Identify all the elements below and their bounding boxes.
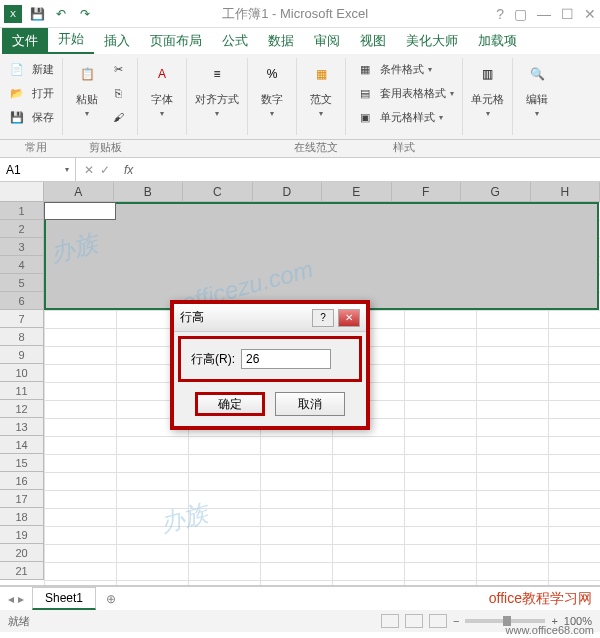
tab-view[interactable]: 视图 <box>350 28 396 54</box>
row-header-19[interactable]: 19 <box>0 526 44 544</box>
name-box[interactable]: A1 ▾ <box>0 158 76 181</box>
dialog-footer: 确定 取消 <box>174 386 366 426</box>
close-icon[interactable]: ✕ <box>584 6 596 22</box>
row-height-input[interactable] <box>241 349 331 369</box>
minimize-icon[interactable]: — <box>537 6 551 22</box>
ribbon-options-icon[interactable]: ▢ <box>514 6 527 22</box>
cell-styles-button[interactable]: ▣单元格样式▾ <box>354 106 454 128</box>
editing-button[interactable]: 🔍 编辑 ▾ <box>521 58 553 118</box>
url-text: www.office68.com <box>506 624 594 636</box>
chevron-down-icon[interactable]: ▾ <box>65 165 69 174</box>
dialog-help-button[interactable]: ? <box>312 309 334 327</box>
row-height-dialog: 行高 ? ✕ 行高(R): 确定 取消 <box>170 300 370 430</box>
zoom-slider[interactable] <box>465 619 545 623</box>
new-button[interactable]: 📄新建 <box>6 58 54 80</box>
fx-icon[interactable]: fx <box>118 163 139 177</box>
row-header-4[interactable]: 4 <box>0 256 44 274</box>
sheet-nav[interactable]: ◂▸ <box>0 592 32 606</box>
redo-icon[interactable]: ↷ <box>76 5 94 23</box>
cut-icon[interactable]: ✂ <box>107 58 129 80</box>
excel-icon[interactable]: X <box>4 5 22 23</box>
row-header-11[interactable]: 11 <box>0 382 44 400</box>
row-header-3[interactable]: 3 <box>0 238 44 256</box>
chevron-down-icon: ▾ <box>215 109 219 118</box>
tab-home[interactable]: 开始 <box>48 26 94 54</box>
align-icon: ≡ <box>201 58 233 90</box>
column-headers: ABCDEFGH <box>44 182 600 202</box>
dialog-titlebar[interactable]: 行高 ? ✕ <box>174 304 366 332</box>
active-cell[interactable] <box>44 202 116 220</box>
row-header-13[interactable]: 13 <box>0 418 44 436</box>
col-header-E[interactable]: E <box>322 182 392 202</box>
cells-button[interactable]: ▥ 单元格 ▾ <box>471 58 504 118</box>
col-header-H[interactable]: H <box>531 182 601 202</box>
chevron-down-icon: ▾ <box>486 109 490 118</box>
chevron-down-icon: ▾ <box>85 109 89 118</box>
row-header-10[interactable]: 10 <box>0 364 44 382</box>
add-sheet-button[interactable]: ⊕ <box>96 592 126 606</box>
ribbon-group-labels: 常用 剪贴板 在线范文 样式 <box>0 140 600 158</box>
percent-icon: % <box>256 58 288 90</box>
table-format-button[interactable]: ▤套用表格格式▾ <box>354 82 454 104</box>
tab-page-layout[interactable]: 页面布局 <box>140 28 212 54</box>
formula-input[interactable] <box>139 158 600 181</box>
col-header-F[interactable]: F <box>392 182 462 202</box>
paradigm-button[interactable]: ▦ 范文 ▾ <box>305 58 337 118</box>
tab-formulas[interactable]: 公式 <box>212 28 258 54</box>
format-painter-icon[interactable]: 🖌 <box>107 106 129 128</box>
number-button[interactable]: % 数字 ▾ <box>256 58 288 118</box>
page-layout-icon[interactable] <box>405 614 423 628</box>
tab-review[interactable]: 审阅 <box>304 28 350 54</box>
open-button[interactable]: 📂打开 <box>6 82 54 104</box>
save-icon[interactable]: 💾 <box>28 5 46 23</box>
row-header-2[interactable]: 2 <box>0 220 44 238</box>
ok-button[interactable]: 确定 <box>195 392 265 416</box>
paste-button[interactable]: 📋 粘贴 ▾ <box>71 58 103 135</box>
font-button[interactable]: A 字体 ▾ <box>146 58 178 118</box>
col-header-B[interactable]: B <box>114 182 184 202</box>
row-header-8[interactable]: 8 <box>0 328 44 346</box>
row-header-1[interactable]: 1 <box>0 202 44 220</box>
normal-view-icon[interactable] <box>381 614 399 628</box>
col-header-D[interactable]: D <box>253 182 323 202</box>
row-header-9[interactable]: 9 <box>0 346 44 364</box>
col-header-C[interactable]: C <box>183 182 253 202</box>
maximize-icon[interactable]: ☐ <box>561 6 574 22</box>
open-icon: 📂 <box>6 82 28 104</box>
cond-format-button[interactable]: ▦条件格式▾ <box>354 58 454 80</box>
zoom-out-icon[interactable]: − <box>453 615 459 627</box>
sheet-tab[interactable]: Sheet1 <box>32 587 96 610</box>
tab-insert[interactable]: 插入 <box>94 28 140 54</box>
dialog-body: 行高(R): <box>178 336 362 382</box>
enter-edit-icon[interactable]: ✓ <box>100 163 110 177</box>
row-header-5[interactable]: 5 <box>0 274 44 292</box>
cancel-button[interactable]: 取消 <box>275 392 345 416</box>
help-icon[interactable]: ? <box>496 6 504 22</box>
row-header-12[interactable]: 12 <box>0 400 44 418</box>
row-header-6[interactable]: 6 <box>0 292 44 310</box>
col-header-A[interactable]: A <box>44 182 114 202</box>
undo-icon[interactable]: ↶ <box>52 5 70 23</box>
tab-data[interactable]: 数据 <box>258 28 304 54</box>
dialog-close-button[interactable]: ✕ <box>338 309 360 327</box>
row-header-17[interactable]: 17 <box>0 490 44 508</box>
row-header-18[interactable]: 18 <box>0 508 44 526</box>
row-header-15[interactable]: 15 <box>0 454 44 472</box>
binoculars-icon: 🔍 <box>521 58 553 90</box>
row-header-21[interactable]: 21 <box>0 562 44 580</box>
select-all-corner[interactable] <box>0 182 44 202</box>
copy-icon[interactable]: ⎘ <box>107 82 129 104</box>
cancel-edit-icon[interactable]: ✕ <box>84 163 94 177</box>
table-format-icon: ▤ <box>354 82 376 104</box>
page-break-icon[interactable] <box>429 614 447 628</box>
align-button[interactable]: ≡ 对齐方式 ▾ <box>195 58 239 118</box>
col-header-G[interactable]: G <box>461 182 531 202</box>
row-header-20[interactable]: 20 <box>0 544 44 562</box>
row-header-16[interactable]: 16 <box>0 472 44 490</box>
tab-addins[interactable]: 加载项 <box>468 28 527 54</box>
tab-file[interactable]: 文件 <box>2 28 48 54</box>
row-header-7[interactable]: 7 <box>0 310 44 328</box>
tab-beautify[interactable]: 美化大师 <box>396 28 468 54</box>
save-button[interactable]: 💾保存 <box>6 106 54 128</box>
row-header-14[interactable]: 14 <box>0 436 44 454</box>
